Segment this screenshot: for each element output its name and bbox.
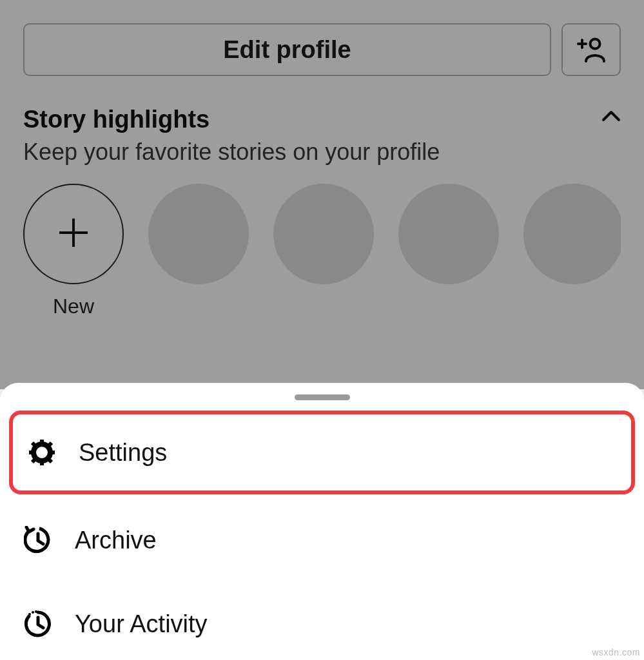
sheet-drag-handle[interactable]	[295, 394, 350, 400]
modal-dim-overlay[interactable]	[0, 0, 644, 389]
activity-icon	[23, 610, 53, 638]
svg-line-12	[32, 459, 35, 462]
svg-point-14	[28, 613, 31, 616]
menu-item-your-activity[interactable]: Your Activity	[0, 582, 644, 660]
svg-line-13	[48, 443, 52, 446]
menu-label: Your Activity	[75, 610, 208, 638]
bottom-sheet: Settings Archive Your Activity	[0, 383, 644, 660]
svg-point-15	[32, 611, 34, 614]
menu-label: Settings	[79, 439, 167, 467]
svg-line-10	[32, 443, 35, 446]
gear-icon	[27, 438, 57, 467]
svg-point-5	[34, 444, 50, 461]
archive-icon	[23, 526, 53, 554]
svg-line-11	[48, 459, 52, 462]
menu-item-archive[interactable]: Archive	[0, 498, 644, 582]
menu-item-settings[interactable]: Settings	[9, 411, 635, 494]
svg-point-16	[35, 610, 37, 613]
watermark: wsxdn.com	[592, 647, 640, 657]
menu-label: Archive	[75, 527, 157, 554]
